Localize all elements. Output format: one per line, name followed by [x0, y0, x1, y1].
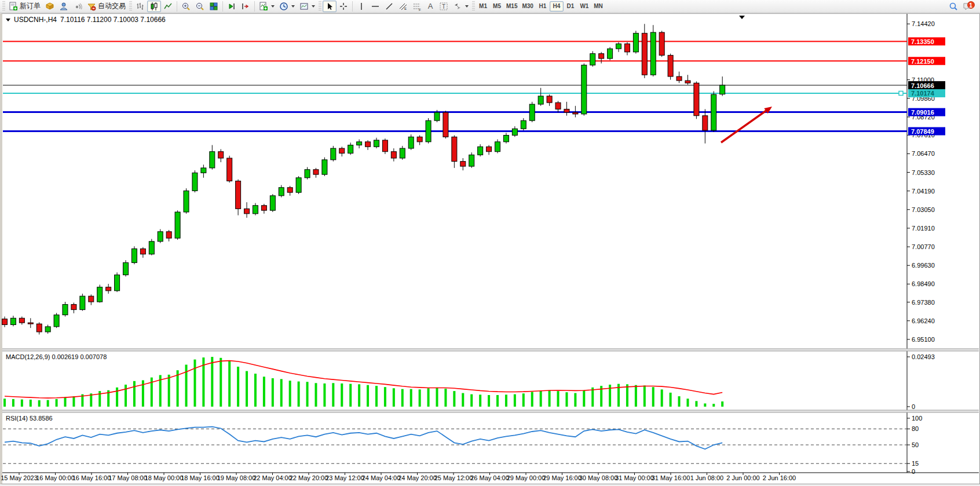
toolbar-grip[interactable] [319, 1, 321, 12]
price-line-label: 7.13350 [908, 37, 945, 45]
timeframe-d1-button[interactable]: D1 [564, 1, 577, 12]
macd-histogram-bar [21, 400, 23, 407]
macd-histogram-bar [712, 404, 715, 407]
zoom-out-button[interactable] [193, 1, 207, 12]
candle-body [547, 96, 552, 103]
macd-histogram-bar [272, 378, 274, 407]
crosshair-tool-button[interactable] [337, 1, 350, 12]
candle-body [642, 33, 647, 75]
new-order-button[interactable]: 新订单 [6, 1, 43, 12]
time-axis: 15 May 202316 May 00:0016 May 16:0017 Ma… [1, 473, 796, 481]
toolbar-grip[interactable] [2, 1, 5, 12]
zoom-in-button[interactable] [179, 1, 193, 12]
time-axis-label: 25 May 12:00 [434, 474, 473, 481]
timeframe-m1-button[interactable]: M1 [476, 1, 490, 12]
tile-windows-icon [209, 2, 218, 11]
chart-ohlc-values: 7.10116 7.11200 7.10003 7.10666 [60, 16, 166, 24]
timeframe-w1-button[interactable]: W1 [577, 1, 591, 12]
candle-body [253, 206, 258, 214]
chart-canvas[interactable]: 7.144207.110007.098607.087207.076107.064… [0, 0, 980, 486]
cursor-tool-button[interactable] [323, 1, 337, 12]
time-axis-label: 19 May 08:00 [217, 474, 256, 481]
label-tool-button[interactable]: T [437, 1, 451, 12]
chart-title-bar[interactable]: USDCNH-,H4 7.10116 7.11200 7.10003 7.106… [6, 16, 166, 24]
timeframe-m5-button[interactable]: M5 [490, 1, 504, 12]
macd-histogram-bar [686, 399, 689, 407]
candle-body [374, 140, 379, 147]
candle-body [348, 145, 353, 153]
auto-trading-button[interactable]: 自动交易 [85, 1, 128, 12]
bar-chart-mode-button[interactable] [133, 1, 147, 12]
toolbar-grip[interactable] [129, 1, 132, 12]
zoom-in-icon [181, 2, 191, 11]
time-axis-label: 15 May 2023 [1, 474, 38, 481]
candlestick-mode-button[interactable] [147, 1, 161, 12]
candle-body [322, 160, 327, 174]
main-toolbar: 新订单 自动交易 [0, 0, 980, 13]
rsi-axis-label: 80 [912, 425, 919, 432]
rsi-axis-label: 0 [912, 468, 915, 475]
time-axis-label: 17 May 08:00 [108, 474, 147, 481]
timeframe-m30-button[interactable]: M30 [520, 1, 535, 12]
channel-tool-button[interactable]: E [396, 1, 410, 12]
templates-button[interactable] [297, 1, 317, 12]
candle-body [305, 170, 310, 178]
timeframe-mn-button[interactable]: MN [591, 1, 605, 12]
time-axis-label: 22 May 20:00 [290, 474, 328, 481]
macd-histogram-bar [643, 385, 646, 407]
candle-body [426, 120, 431, 142]
trendline-tool-button[interactable] [382, 1, 396, 12]
time-axis-label: 2 Jun 00:00 [726, 474, 760, 481]
candle-body [668, 55, 673, 76]
line-chart-mode-button[interactable] [161, 1, 175, 12]
macd-histogram-bar [393, 388, 395, 407]
candle-body [555, 103, 561, 109]
macd-histogram-bar [574, 393, 576, 407]
tile-windows-button[interactable] [207, 1, 221, 12]
timeframe-h4-button[interactable]: H4 [550, 1, 564, 12]
price-axis-label: 7.04190 [912, 188, 935, 195]
macd-histogram-bar [341, 383, 343, 407]
arrows-dropdown-caret [465, 5, 469, 8]
time-axis-label: 1 Jun 08:00 [690, 474, 724, 481]
text-tool-button[interactable]: A [424, 1, 437, 12]
candle-body [140, 249, 145, 254]
macd-histogram-bar [116, 388, 118, 407]
macd-histogram-bar [375, 386, 378, 407]
chart-shift-button[interactable] [239, 1, 253, 12]
timeframe-m15-button[interactable]: M15 [504, 1, 520, 12]
candle-body [616, 44, 621, 49]
toolbar-grip[interactable] [472, 1, 475, 12]
periods-button[interactable] [277, 1, 297, 12]
price-line-label: 7.07849 [908, 127, 945, 136]
timeframe-h1-button[interactable]: H1 [536, 1, 550, 12]
indicators-dropdown-caret [271, 5, 275, 8]
indicators-button[interactable] [257, 1, 277, 12]
chat-button[interactable]: 1 [960, 1, 975, 12]
macd-histogram-bar [56, 399, 58, 407]
candle-body [365, 142, 371, 147]
candle-body [45, 327, 50, 332]
horizontal-line-tool-button[interactable] [368, 1, 382, 12]
candle-body [590, 54, 595, 65]
candle-body [236, 181, 241, 209]
auto-scroll-button[interactable] [225, 1, 239, 12]
signals-button[interactable] [71, 1, 85, 12]
profiles-button[interactable] [57, 1, 71, 12]
candle-body [624, 44, 630, 52]
price-line-label-text: 7.13350 [911, 38, 934, 45]
arrows-tool-button[interactable] [451, 1, 471, 12]
price-axis-label: 7.06470 [912, 150, 935, 157]
periods-dropdown-caret [291, 5, 295, 8]
clock-icon [279, 2, 288, 11]
macd-histogram-bar [410, 389, 412, 407]
macd-histogram-bar [462, 393, 464, 407]
fibonacci-tool-button[interactable]: F [410, 1, 424, 12]
candle-body [270, 196, 275, 210]
rsi-axis-label: 50 [912, 441, 919, 448]
candle-body [10, 318, 16, 324]
macd-axis-label: 0.02493 [912, 353, 935, 360]
vertical-line-tool-button[interactable] [354, 1, 368, 12]
market-watch-button[interactable] [43, 1, 57, 12]
search-button[interactable] [946, 1, 960, 12]
